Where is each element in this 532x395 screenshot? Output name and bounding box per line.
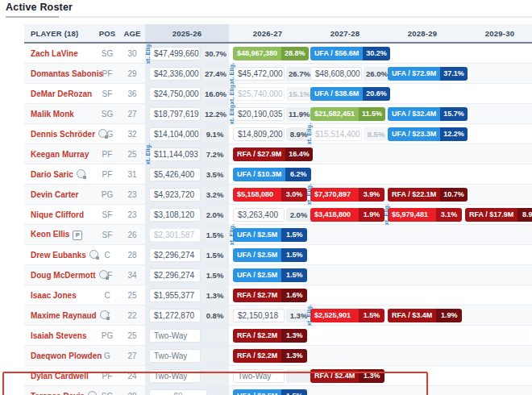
player-name-link[interactable]: Malik Monk [31,110,74,118]
season-cell-2026-27: xt. Elig.$45,472,00026.7% [229,64,306,84]
option-pill-to: $5,158,0803.0% [233,188,307,202]
player-age: 32 [119,124,145,144]
pill-percent: 1.5% [281,248,307,262]
player-name-link[interactable]: Nique Clifford [31,210,84,219]
player-name-link[interactable]: Doug McDermott [31,271,96,280]
player-age: 30 [119,43,145,64]
player-age: 25 [119,144,145,164]
cap-percent: 0.8% [202,309,227,322]
season-cell-2028-29 [384,225,461,245]
salary-value: $11,144,093 [149,148,201,161]
table-row: Zach LaVine SG 30 xt. Elig.$47,499,66030… [24,43,532,64]
player-cell: Dario Saric [24,164,95,185]
player-name-link[interactable]: Domantas Sabonis [31,69,103,78]
season-cell-2027-28: UFA / $56.6M30.2% [306,43,384,64]
season-cell-2027-28: xt. Elig.$7,370,8973.9% [306,185,384,205]
table-row: Terence Davis SG 28 $0 UFA / $2.5M1.5% [24,386,532,395]
pill-value: UFA / $32.4M [388,107,440,121]
pill-percent: 1.5% [281,228,307,242]
season-cell-2027-28: $3,418,8001.9% [306,205,384,225]
player-name-link[interactable]: Daeqwon Plowden [31,351,102,360]
column-header-pos[interactable]: POS [95,24,119,43]
extension-eligible-marker: xt. Elig. [229,224,235,246]
season-cell-2029-30 [461,386,532,395]
season-cell-2028-29 [384,366,461,386]
season-cell-2026-27: UFA / $2.5M1.5% [229,386,306,395]
player-name-link[interactable]: Dario Saric [31,170,73,179]
pill-value: RFA / $2.2M [233,329,281,343]
player-name-link[interactable]: Devin Carter [31,190,78,199]
column-header-age[interactable]: AGE [119,24,145,43]
player-position: C [95,245,119,265]
player-age: 25 [119,326,145,346]
player-cell: Drew Eubanks [24,245,95,265]
extension-eligible-marker: xt. Elig. [306,305,312,326]
player-name-link[interactable]: Keon Ellis [31,230,69,239]
season-cell-2025-26: xt. Elig.$11,144,0937.2% [145,144,229,164]
pill-value: $3,418,800 [310,208,359,222]
season-cell-2028-29: RFA / $22.1M10.7% [384,185,461,205]
player-cell: Daeqwon Plowden [24,346,95,366]
pill-value: UFA / $23.3M [388,127,440,141]
season-cell-2027-28 [306,386,384,395]
player-position: C [95,285,119,306]
season-cell-2025-26: xt. Elig.$47,499,66030.7% [145,43,229,64]
player-name-link[interactable]: Maxime Raynaud [31,311,97,320]
pill-percent: 1.3% [281,349,307,363]
salary-value: $15,514,400 [310,127,362,141]
player-name-link[interactable]: Dylan Cardwell [31,372,89,380]
column-header-2025-26[interactable]: 2025-26 [145,24,229,43]
column-header-2029-30[interactable]: 2029-30 [461,24,532,43]
player-age: 23 [119,185,145,205]
table-row: Dylan Cardwell PF 24 Two-Way Two-Way RFA… [24,366,532,386]
season-cell-2029-30 [461,164,532,185]
player-name-link[interactable]: Keegan Murray [31,150,89,159]
option-pill-to: $5,979,4813.1% [388,208,462,222]
cap-percent: 30.7% [202,47,229,60]
table-row: Keon EllisP SF 26 $2,301,5871.5% xt. Eli… [24,225,532,245]
table-row: Dario Saric PF 31 $5,426,4003.5% UFA / $… [24,164,532,185]
option-pill-rfa: RFA / $2.2M1.3% [233,329,307,343]
player-name-link[interactable]: Zach LaVine [31,49,78,58]
season-cell-2028-29 [384,326,461,346]
season-cell-2028-29: UFA / $23.3M12.2% [384,124,461,144]
player-age: 24 [119,366,145,386]
salary-value: $20,190,035 [233,107,285,121]
season-cell-2028-29: RFA / $3.4M1.9% [384,306,461,326]
salary-value: $48,608,000 [310,67,362,81]
player-name-link[interactable]: Isaiah Stevens [31,331,86,340]
player-name-link[interactable]: DeMar DeRozan [31,89,92,98]
player-age: 26 [119,225,145,245]
pill-percent: 28.8% [281,47,309,60]
pill-percent: 3.1% [436,208,462,222]
column-header-2028-29[interactable]: 2028-29 [384,24,461,43]
option-pill-rfa: RFA / $2.4M1.3% [310,369,384,383]
season-cell-2027-28: $21,582,45111.5% [306,104,384,124]
player-name-link[interactable]: Terence Davis [31,392,85,395]
season-cell-2029-30 [461,366,532,386]
pill-percent: 3.9% [359,188,384,202]
player-name-link[interactable]: Drew Eubanks [31,251,86,260]
contract-clause-icon [98,129,107,138]
extension-eligible-marker: xt. Elig. [229,63,235,85]
season-cell-2027-28 [306,164,384,185]
column-header-2026-27[interactable]: 2026-27 [229,24,306,43]
player-position: PG [95,185,119,205]
season-cell-2026-27: $5,158,0803.0% [229,185,306,205]
cap-percent: 3.5% [202,168,227,181]
player-name-link[interactable]: Isaac Jones [31,291,77,300]
pill-value: $2,525,901 [310,309,359,322]
season-cell-2026-27: UFA / $10.3M6.2% [229,164,306,185]
player-position: PF [95,366,119,386]
pill-value: UFA / $72.9M [388,67,440,81]
player-cell: Keon EllisP [24,225,95,245]
player-name-link[interactable]: Dennis Schröder [31,130,95,139]
contract-clause-icon [88,391,97,395]
column-header-player[interactable]: PLAYER (18) [24,24,95,43]
player-age: 36 [119,84,145,104]
column-header-2027-28[interactable]: 2027-28 [306,24,384,43]
season-cell-2028-29 [384,43,461,64]
pill-value: $5,158,080 [233,188,281,202]
option-pill-rfa: RFA / $2.2M1.3% [233,349,307,363]
season-cell-2025-26: $42,336,00027.4% [145,64,229,84]
